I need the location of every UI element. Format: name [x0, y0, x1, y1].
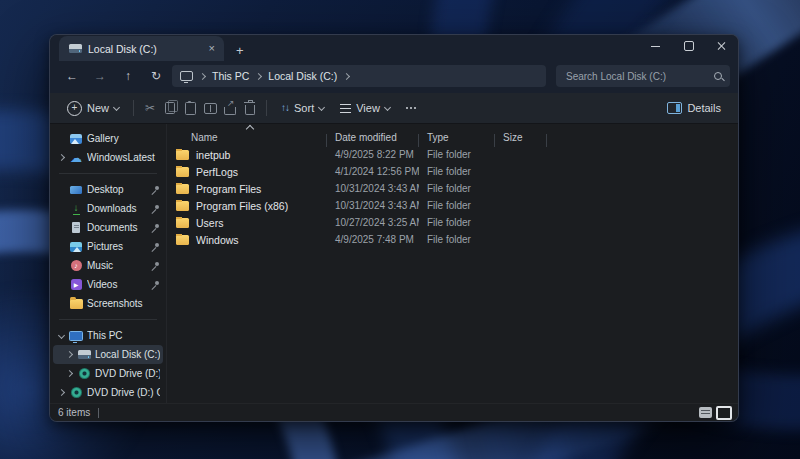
paste-button[interactable]: [181, 99, 199, 117]
file-date: 10/31/2024 3:43 AM: [327, 183, 419, 194]
chevron-right-icon[interactable]: [57, 155, 65, 160]
file-explorer-window: Local Disk (C:) × + ← → ↑ ↻ This PC Loca…: [49, 34, 739, 422]
maximize-icon: [684, 41, 694, 51]
pin-icon: [151, 261, 160, 270]
details-view-toggle-icon[interactable]: [699, 407, 712, 418]
sidebar-item-music[interactable]: ♪ Music: [53, 256, 163, 275]
new-tab-button[interactable]: +: [236, 44, 244, 57]
more-options-button[interactable]: [399, 96, 423, 120]
forward-button[interactable]: →: [88, 65, 112, 87]
sort-arrows-icon: ↑↓: [281, 103, 289, 113]
minimize-button[interactable]: [639, 35, 672, 57]
file-type: File folder: [419, 166, 495, 177]
sidebar-item-dvd-drive[interactable]: DVD Drive (D:): [53, 364, 163, 383]
folder-icon: [176, 167, 189, 177]
file-type: File folder: [419, 183, 495, 194]
file-date: 4/1/2024 12:56 PM: [327, 166, 419, 177]
status-divider: [98, 408, 99, 418]
toolbar-divider: [266, 100, 267, 116]
status-bar: 6 items: [50, 403, 738, 421]
chevron-down-icon[interactable]: [57, 333, 65, 338]
breadcrumb-local-disk[interactable]: Local Disk (C:): [268, 70, 337, 82]
item-count: 6 items: [58, 407, 90, 418]
details-label: Details: [687, 102, 721, 114]
maximize-button[interactable]: [672, 35, 705, 57]
sidebar-item-this-pc[interactable]: This PC: [53, 326, 163, 345]
cut-button[interactable]: ✂: [141, 99, 159, 117]
rename-button[interactable]: [201, 99, 219, 117]
refresh-button[interactable]: ↻: [144, 65, 168, 87]
close-button[interactable]: [705, 35, 738, 57]
desktop: { "window": { "tab": { "label": "Local D…: [0, 0, 800, 459]
sidebar-item-local-disk-c[interactable]: Local Disk (C:): [53, 345, 163, 364]
sidebar-divider: [59, 319, 157, 320]
new-button[interactable]: + New: [60, 96, 126, 120]
breadcrumb-this-pc[interactable]: This PC: [212, 70, 249, 82]
breadcrumb[interactable]: This PC Local Disk (C:): [172, 65, 546, 87]
column-header-date-modified[interactable]: Date modified: [327, 132, 419, 146]
file-row[interactable]: Program Files (x86) 10/31/2024 3:43 AM F…: [171, 197, 738, 214]
chevron-right-icon[interactable]: [57, 390, 65, 395]
sidebar-item-desktop[interactable]: Desktop: [53, 180, 163, 199]
file-name: Users: [196, 217, 223, 229]
search-box[interactable]: [556, 65, 730, 87]
column-headers: Name Date modified Type Size: [171, 126, 738, 146]
sort-button[interactable]: ↑↓ Sort: [274, 96, 331, 120]
rename-icon: [204, 103, 217, 114]
file-row[interactable]: inetpub 4/9/2025 8:22 PM File folder: [171, 146, 738, 163]
paste-icon: [185, 102, 196, 115]
file-date: 10/31/2024 3:43 AM: [327, 200, 419, 211]
sidebar-item-windowslatest[interactable]: ☁ WindowsLatest: [53, 148, 163, 167]
chevron-down-icon: [318, 103, 325, 110]
up-button[interactable]: ↑: [116, 65, 140, 87]
new-plus-icon: +: [67, 101, 82, 116]
column-header-type[interactable]: Type: [419, 132, 495, 146]
view-button[interactable]: View: [333, 96, 397, 120]
back-button[interactable]: ←: [60, 65, 84, 87]
file-name: Windows: [196, 234, 239, 246]
file-row[interactable]: Program Files 10/31/2024 3:43 AM File fo…: [171, 180, 738, 197]
file-row[interactable]: Windows 4/9/2025 7:48 PM File folder: [171, 231, 738, 248]
file-row[interactable]: Users 10/27/2024 3:25 AM File folder: [171, 214, 738, 231]
column-header-size[interactable]: Size: [495, 132, 547, 146]
delete-button[interactable]: [241, 99, 259, 117]
sidebar-item-screenshots[interactable]: Screenshots: [53, 294, 163, 313]
share-button[interactable]: [221, 99, 239, 117]
large-icons-view-toggle-icon[interactable]: [716, 406, 732, 420]
search-icon[interactable]: [714, 72, 722, 80]
file-date: 4/9/2025 8:22 PM: [327, 149, 419, 160]
pin-icon: [151, 204, 160, 213]
tab-local-disk-c[interactable]: Local Disk (C:) ×: [59, 36, 224, 61]
sidebar-item-documents[interactable]: Documents: [53, 218, 163, 237]
file-type: File folder: [419, 149, 495, 160]
navigation-pane: Gallery ☁ WindowsLatest Desktop ↓ Downlo…: [50, 124, 167, 403]
toolbar-divider: [133, 100, 134, 116]
file-name: inetpub: [196, 149, 230, 161]
file-row[interactable]: PerfLogs 4/1/2024 12:56 PM File folder: [171, 163, 738, 180]
ellipsis-icon: [406, 107, 408, 109]
sidebar-item-gallery[interactable]: Gallery: [53, 129, 163, 148]
chevron-right-icon: [343, 72, 350, 79]
pictures-icon: [69, 242, 83, 252]
window-controls: [639, 35, 738, 57]
tab-close-icon[interactable]: ×: [206, 42, 218, 55]
tab-bar: Local Disk (C:) × +: [50, 35, 738, 61]
sidebar-item-videos[interactable]: ▶ Videos: [53, 275, 163, 294]
chevron-right-icon: [199, 72, 206, 79]
column-header-name[interactable]: Name: [171, 132, 327, 146]
file-name: PerfLogs: [196, 166, 238, 178]
details-pane-button[interactable]: Details: [660, 96, 728, 120]
search-input[interactable]: [564, 70, 714, 83]
sidebar-item-downloads[interactable]: ↓ Downloads: [53, 199, 163, 218]
sidebar-item-dvd-drive-2[interactable]: DVD Drive (D:) C: [53, 383, 163, 402]
chevron-right-icon[interactable]: [65, 371, 73, 376]
this-pc-icon: [180, 71, 193, 81]
copy-button[interactable]: [161, 99, 179, 117]
file-name: Program Files: [196, 183, 261, 195]
sidebar-item-pictures[interactable]: Pictures: [53, 237, 163, 256]
downloads-icon: ↓: [69, 203, 83, 215]
pin-icon: [151, 280, 160, 289]
folder-icon: [176, 201, 189, 211]
gallery-icon: [69, 134, 83, 144]
chevron-right-icon[interactable]: [65, 352, 73, 357]
